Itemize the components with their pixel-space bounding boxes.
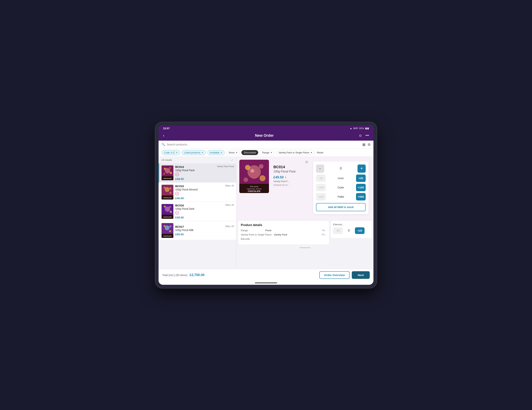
available-chevron-icon: ▼ — [220, 152, 222, 153]
help-button[interactable]: ⊙ — [359, 133, 362, 138]
filter-stock[interactable]: Stock ▼ — [226, 150, 240, 155]
search-input[interactable] — [167, 143, 361, 146]
barcode-icon[interactable]: ▦ — [362, 143, 365, 147]
product-name-bc016: 100g Floral Dark — [175, 207, 234, 210]
svg-point-22 — [170, 211, 172, 213]
filter-listed-label: Listed products — [184, 151, 200, 154]
filter-variety-label: Variety Pack or Single Flavor — [279, 151, 310, 154]
svg-point-5 — [163, 173, 165, 175]
filter-sort-label: Code: A-Z — [164, 151, 175, 154]
svg-point-38 — [244, 178, 248, 182]
qty-main-row: − 0 + — [316, 164, 366, 173]
qty-outer-label: Outer — [327, 186, 354, 189]
product-info-bc015: BC015 100g x 20 100g Floral Almond £40.0… — [175, 184, 234, 200]
scroll-handle — [236, 246, 373, 249]
qty-pallet-minus500-button[interactable]: -500 — [316, 193, 326, 200]
product-tag-bc014: Variety Pack Floral — [217, 165, 234, 167]
results-count: 24 results ⤢ — [159, 157, 236, 163]
svg-point-37 — [259, 175, 266, 181]
status-icons: ▲ WiFi 91% ▮▮▮ — [350, 127, 369, 130]
more-button[interactable]: ••• — [365, 133, 369, 137]
filter-available[interactable]: Available ▼ — [207, 150, 225, 155]
svg-point-28 — [163, 225, 165, 227]
header-actions: ⊙ ••• — [359, 133, 369, 138]
filter-sort[interactable]: Code: A-Z ▼ — [162, 150, 180, 155]
product-code-bc017: BC017 — [175, 225, 184, 228]
product-item-bc016[interactable]: CHOCOLATE BC016 100g x 20 100g Floral Da… — [159, 202, 236, 221]
product-tag-bc016: 100g x 20 — [225, 204, 234, 206]
header: ‹ New Order ⊙ ••• — [159, 131, 373, 141]
svg-point-29 — [169, 225, 171, 228]
page-title: New Order — [255, 133, 274, 138]
svg-point-40 — [250, 169, 254, 173]
status-bar: 15:07 ▲ WiFi 91% ▮▮▮ — [159, 125, 373, 131]
expand-icon[interactable]: ⤢ — [231, 159, 233, 162]
product-item-bc015[interactable]: CHOCOLATE BC015 100g x 20 100g Floral Al… — [159, 183, 236, 201]
sort-chevron-icon: ▼ — [176, 152, 178, 153]
home-indicator — [159, 281, 373, 285]
product-details-area: Product details Range Floral Va... Varie… — [236, 219, 373, 246]
svg-text:CHOCOLATE: CHOCOLATE — [163, 197, 171, 199]
sub-variant-label: Edenval... — [333, 223, 369, 226]
detail-value-variety: Variety Pack — [274, 233, 287, 236]
detail-product-image: 35% cocoa original milk • almonds CHOCOL… — [239, 160, 269, 193]
svg-point-13 — [169, 187, 171, 190]
product-tag-bc015: 100g x 20 — [225, 184, 234, 187]
detail-panel: 35% cocoa original milk • almonds CHOCOL… — [236, 157, 373, 269]
product-info-bc014: BC014 Variety Pack Floral 100g Floral Pa… — [175, 165, 234, 181]
product-icons-bc015 — [175, 192, 234, 195]
sub-variant-plus20-button[interactable]: +20 — [355, 227, 365, 234]
product-item-bc014[interactable]: CHOCOLATE BC014 Variety Pack Floral 100g… — [159, 163, 236, 182]
bottom-bar: Total (Incl.) (50 Items) £2,750.00 Order… — [159, 269, 373, 281]
qty-main-plus-button[interactable]: + — [358, 164, 366, 173]
price-info-icon[interactable]: ℹ — [285, 176, 286, 179]
filter-discounted[interactable]: Discounted — [241, 150, 258, 155]
svg-point-3 — [169, 167, 171, 169]
back-button[interactable]: ‹ — [163, 133, 170, 138]
product-price-bc016: £49.50 — [175, 216, 234, 219]
detail-label-range: Range — [241, 229, 263, 232]
next-button[interactable]: Next — [352, 271, 370, 279]
globe-icon[interactable]: ⊙ — [273, 160, 308, 164]
qty-pallet-plus500-button[interactable]: +500 — [356, 193, 366, 200]
grid-icon[interactable]: ⊞ — [368, 143, 370, 147]
filter-range[interactable]: Range ▼ — [260, 150, 275, 155]
listed-icon-bc015 — [175, 192, 179, 195]
product-info-bc017: BC017 100g x 20 100g Floral Milk £55.00 — [175, 225, 234, 236]
qty-outer-plus100-button[interactable]: +100 — [356, 184, 366, 191]
variety-chevron-icon: ▼ — [311, 152, 312, 153]
svg-point-6 — [166, 169, 169, 174]
detail-price: £49.50 — [273, 175, 284, 179]
svg-text:CHOCOLATE: CHOCOLATE — [163, 216, 171, 218]
qty-inner-plus20-button[interactable]: +20 — [356, 174, 366, 182]
product-price-bc014: £49.50 — [175, 177, 234, 181]
qty-pallet-label: Pallet — [327, 195, 354, 198]
detail-value-range: Floral — [265, 229, 271, 232]
qty-outer-row: -100 Outer +100 — [316, 184, 366, 191]
battery-level: 91% — [359, 127, 364, 130]
product-item-bc017[interactable]: CHOCOLATE BC017 100g x 20 100g Floral Mi… — [159, 221, 236, 240]
order-overview-button[interactable]: Order Overview — [319, 271, 350, 279]
filter-range-label: Range — [262, 151, 269, 154]
listed-icon-bc016 — [175, 211, 179, 215]
svg-text:CHOCOLATE: CHOCOLATE — [163, 178, 171, 179]
qty-inner-minus20-button[interactable]: -20 — [316, 174, 326, 182]
status-time: 15:07 — [163, 127, 170, 130]
product-code-bc014: BC014 — [175, 165, 184, 168]
location-icon: ▲ — [350, 127, 352, 130]
filter-listed[interactable]: Listed products ▼ — [181, 150, 206, 155]
filter-variety[interactable]: Variety Pack or Single Flavor ▼ — [276, 150, 315, 155]
svg-point-2 — [164, 168, 166, 170]
search-icon: 🔍 — [162, 143, 165, 146]
svg-point-35 — [245, 165, 250, 170]
product-thumb-bc015: CHOCOLATE — [162, 185, 173, 200]
qty-main-minus-button[interactable]: − — [316, 164, 324, 173]
product-details-card: Product details Range Floral Va... Varie… — [238, 221, 329, 244]
qty-main-value: 0 — [326, 167, 356, 171]
product-price-bc015: £40.00 — [175, 197, 234, 200]
add-all-button[interactable]: Add all 5600 in stock — [316, 203, 366, 211]
sub-variant-minus20-button[interactable]: -20 — [333, 227, 343, 234]
filter-reset-button[interactable]: Reset — [316, 150, 324, 155]
svg-point-21 — [169, 206, 171, 208]
qty-outer-minus100-button[interactable]: -100 — [316, 184, 326, 191]
